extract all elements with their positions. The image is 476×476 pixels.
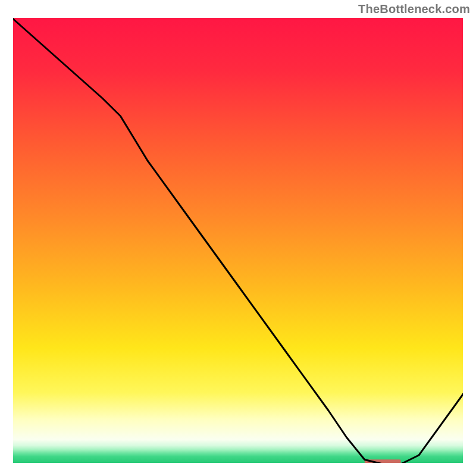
watermark-label: TheBottleneck.com (358, 2, 470, 16)
bottleneck-chart (0, 0, 476, 476)
plot-background (12, 18, 464, 464)
chart-stage: TheBottleneck.com (0, 0, 476, 476)
